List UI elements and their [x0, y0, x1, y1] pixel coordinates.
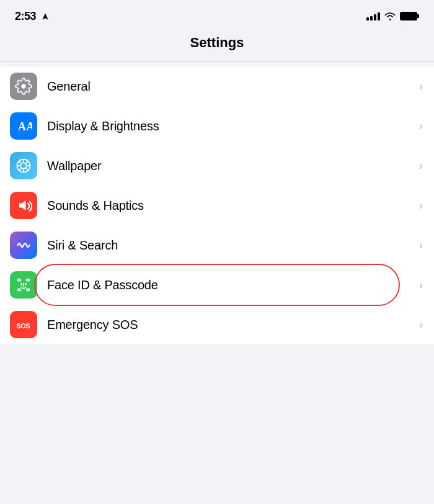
svg-rect-16 — [27, 289, 30, 290]
faceid-icon — [15, 276, 32, 294]
time-display: 2:53 — [15, 10, 36, 22]
settings-item-emergency[interactable]: SOS Emergency SOS › — [0, 305, 434, 344]
svg-line-9 — [26, 168, 28, 170]
siri-label: Siri & Search — [47, 238, 419, 253]
emergency-icon-wrap: SOS — [10, 311, 37, 338]
page-title-area: Settings — [0, 30, 434, 61]
faceid-icon-wrap — [10, 271, 37, 299]
sounds-icon-wrap — [10, 192, 37, 219]
svg-point-0 — [22, 84, 26, 89]
siri-chevron: › — [419, 239, 423, 252]
svg-line-11 — [19, 168, 21, 170]
status-icons-area — [366, 12, 419, 20]
general-label: General — [47, 79, 419, 94]
svg-line-10 — [26, 161, 28, 163]
signal-icon — [366, 12, 380, 20]
svg-rect-13 — [18, 279, 21, 281]
svg-text:AA: AA — [18, 120, 32, 133]
wifi-icon — [384, 12, 396, 20]
svg-rect-15 — [18, 289, 21, 290]
settings-item-sounds[interactable]: Sounds & Haptics › — [0, 186, 434, 225]
emergency-chevron: › — [419, 318, 423, 331]
general-icon-wrap — [10, 73, 37, 100]
page-title: Settings — [190, 35, 244, 50]
settings-list: General › AA Display & Brightness › — [0, 66, 434, 344]
wallpaper-icon — [15, 157, 32, 174]
status-bar: 2:53 — [0, 0, 434, 30]
display-icon-wrap: AA — [10, 112, 37, 140]
general-chevron: › — [419, 80, 423, 93]
sound-icon — [15, 197, 32, 214]
settings-item-wallpaper[interactable]: Wallpaper › — [0, 146, 434, 186]
display-chevron: › — [419, 120, 423, 133]
battery-icon — [400, 12, 419, 20]
svg-marker-12 — [19, 200, 26, 210]
display-label: Display & Brightness — [47, 119, 419, 133]
svg-line-8 — [19, 161, 21, 163]
settings-item-display[interactable]: AA Display & Brightness › — [0, 106, 434, 146]
settings-item-faceid[interactable]: Face ID & Passcode › — [0, 265, 434, 305]
faceid-label: Face ID & Passcode — [47, 278, 419, 292]
svg-rect-14 — [27, 279, 30, 281]
svg-point-3 — [20, 163, 26, 168]
siri-icon — [15, 236, 32, 254]
settings-item-siri[interactable]: Siri & Search › — [0, 225, 434, 265]
settings-item-general[interactable]: General › — [0, 66, 434, 106]
siri-icon-wrap — [10, 232, 37, 259]
wallpaper-label: Wallpaper — [47, 159, 419, 173]
sounds-label: Sounds & Haptics — [47, 199, 419, 213]
wallpaper-chevron: › — [419, 160, 423, 173]
emergency-label: Emergency SOS — [47, 318, 419, 332]
status-time-area: 2:53 — [15, 10, 50, 23]
wallpaper-icon-wrap — [10, 152, 37, 179]
title-separator — [0, 61, 434, 61]
gear-icon — [15, 78, 32, 95]
svg-text:SOS: SOS — [16, 322, 30, 330]
display-icon: AA — [15, 117, 32, 135]
sos-icon: SOS — [15, 316, 32, 333]
sounds-chevron: › — [419, 199, 423, 212]
location-icon — [41, 12, 50, 21]
faceid-chevron: › — [419, 279, 423, 292]
